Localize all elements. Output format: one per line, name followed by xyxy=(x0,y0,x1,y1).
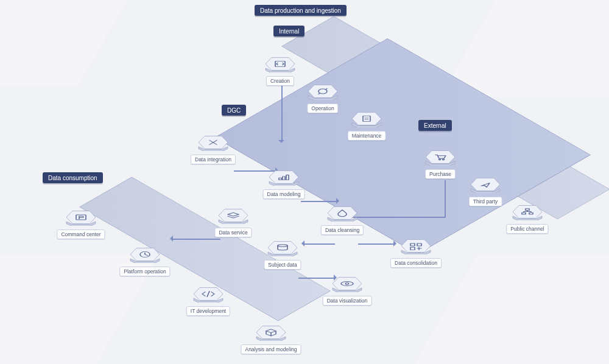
badge-consumption: Data consumption xyxy=(43,172,103,183)
label-data-service: Data service xyxy=(214,228,252,237)
label-it-development: IT development xyxy=(186,306,230,316)
label-analysis-modeling: Analysis and modeling xyxy=(241,345,301,354)
svg-marker-54 xyxy=(256,326,286,339)
badge-external: External xyxy=(418,120,452,131)
subject-icon xyxy=(266,239,300,256)
label-data-cleansing: Data cleansing xyxy=(321,225,364,235)
it-dev-icon xyxy=(191,285,225,303)
label-operation: Operation xyxy=(307,103,338,113)
svg-marker-18 xyxy=(513,206,542,219)
maintenance-icon xyxy=(350,110,384,127)
svg-marker-34 xyxy=(268,242,297,254)
svg-marker-1 xyxy=(266,58,295,71)
label-creation: Creation xyxy=(266,76,294,86)
svg-marker-25 xyxy=(269,171,298,184)
flow-subj-viz xyxy=(298,278,335,279)
label-third-party: Third party xyxy=(469,197,502,206)
flow-service-consumption xyxy=(172,239,220,240)
badge-dgc: DGC xyxy=(222,105,246,116)
label-maintenance: Maintenance xyxy=(348,131,386,141)
svg-marker-46 xyxy=(66,211,96,224)
command-center-icon xyxy=(64,209,98,226)
public-channel-icon xyxy=(510,203,544,220)
badge-production: Data production and ingestion xyxy=(255,5,347,16)
modeling-icon xyxy=(267,169,301,186)
third-party-icon xyxy=(468,176,502,193)
flow-internal-dgc xyxy=(281,80,283,141)
operation-icon xyxy=(306,83,340,100)
svg-marker-12 xyxy=(426,151,455,164)
flow-clean-cons xyxy=(358,243,395,245)
visualization-icon xyxy=(330,275,364,292)
label-data-modeling: Data modeling xyxy=(263,189,305,199)
flow-clean-subj xyxy=(303,243,335,245)
diagram-canvas: { "sections": { "production": {"title": … xyxy=(0,0,609,364)
label-subject-data: Subject data xyxy=(264,260,301,270)
flow-external-dgc-v xyxy=(445,180,446,217)
svg-marker-4 xyxy=(308,85,337,98)
consolidation-icon xyxy=(399,237,433,254)
service-icon xyxy=(216,207,250,224)
integration-icon xyxy=(196,134,230,151)
label-public-channel: Public channel xyxy=(506,224,548,234)
label-purchase: Purchase xyxy=(425,169,456,179)
svg-marker-7 xyxy=(352,113,381,125)
label-data-integration: Data integration xyxy=(191,155,236,164)
platform-operation-icon xyxy=(128,246,162,263)
label-data-visualization: Data visualization xyxy=(323,296,372,306)
creation-icon xyxy=(263,55,297,72)
cleansing-icon xyxy=(325,205,359,222)
svg-marker-37 xyxy=(401,240,431,253)
badge-internal: Internal xyxy=(273,26,304,37)
analysis-icon xyxy=(254,324,288,341)
svg-marker-32 xyxy=(328,207,357,220)
svg-marker-42 xyxy=(333,278,362,290)
purchase-icon xyxy=(423,149,457,166)
flow-model-clean xyxy=(301,201,337,202)
label-data-consolidation: Data consolidation xyxy=(390,258,442,268)
label-command-center: Command center xyxy=(57,229,105,239)
label-platform-operation: Platform operation xyxy=(119,267,170,276)
svg-marker-30 xyxy=(219,209,248,222)
